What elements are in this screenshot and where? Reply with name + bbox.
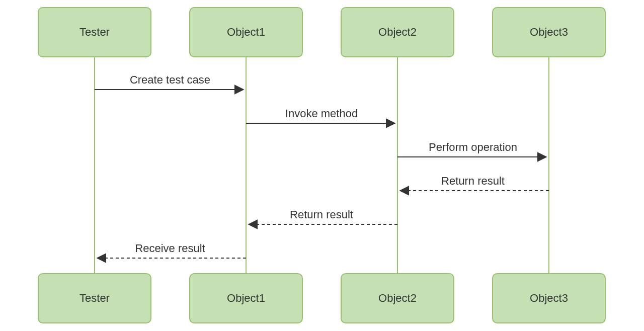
message-label: Invoke method bbox=[285, 107, 358, 120]
participant-tester-bottom: Tester bbox=[38, 273, 151, 323]
participant-label: Object3 bbox=[530, 26, 568, 39]
sequence-diagram: Tester Object1 Object2 Object3 Tester Ob… bbox=[0, 0, 644, 331]
message-label: Return result bbox=[441, 175, 505, 188]
participant-object3-bottom: Object3 bbox=[492, 273, 606, 323]
lifeline-object2 bbox=[397, 57, 398, 273]
participant-object1-bottom: Object1 bbox=[189, 273, 303, 323]
participant-object2-top: Object2 bbox=[341, 7, 454, 57]
message-label: Return result bbox=[290, 208, 353, 221]
participant-object2-bottom: Object2 bbox=[341, 273, 454, 323]
participant-label: Tester bbox=[79, 292, 110, 305]
participant-label: Object1 bbox=[227, 292, 265, 305]
message-label: Receive result bbox=[135, 242, 205, 255]
participant-object1-top: Object1 bbox=[189, 7, 303, 57]
lifeline-tester bbox=[94, 57, 95, 273]
lifeline-object3 bbox=[548, 57, 549, 273]
participant-label: Object3 bbox=[530, 292, 568, 305]
participant-label: Object2 bbox=[378, 292, 417, 305]
message-label: Perform operation bbox=[429, 141, 517, 154]
participant-tester-top: Tester bbox=[38, 7, 151, 57]
participant-label: Object2 bbox=[378, 26, 417, 39]
participant-label: Object1 bbox=[227, 26, 265, 39]
participant-label: Tester bbox=[79, 26, 110, 39]
participant-object3-top: Object3 bbox=[492, 7, 606, 57]
lifeline-object1 bbox=[246, 57, 247, 273]
message-label: Create test case bbox=[130, 73, 210, 87]
